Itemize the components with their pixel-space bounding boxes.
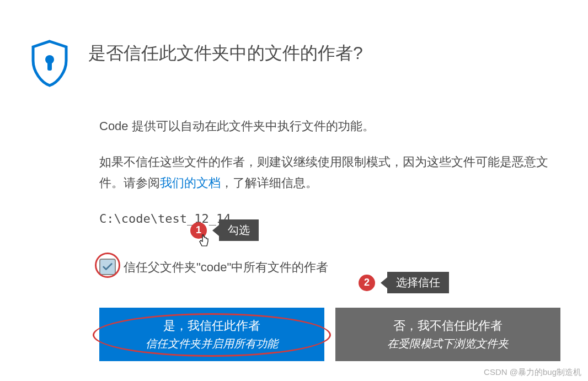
description-line-2: 如果不信任这些文件的作者，则建议继续使用限制模式，因为这些文件可能是恶意文件。请… (99, 152, 560, 193)
trust-button-title: 是，我信任此作者 (106, 318, 318, 334)
docs-link[interactable]: 我们的文档 (160, 176, 221, 190)
annotation-arrow-1 (212, 225, 219, 236)
svg-rect-1 (47, 62, 52, 71)
dialog-header: 是否信任此文件夹中的文件的作者? (28, 33, 560, 88)
folder-path: C:\code\test_12_14 (99, 208, 560, 229)
no-trust-button[interactable]: 否，我不信任此作者 在受限模式下浏览文件夹 (335, 308, 560, 361)
annotation-label-1: 勾选 (219, 219, 259, 241)
watermark: CSDN @暴力的bug制造机 (484, 367, 581, 378)
trust-parent-label: 信任父文件夹"code"中所有文件的作者 (124, 257, 328, 277)
shield-icon (28, 39, 72, 88)
para2-post: ，了解详细信息。 (221, 176, 318, 190)
trust-button-subtitle: 信任文件夹并启用所有功能 (106, 336, 318, 351)
annotation-1: 1 勾选 (190, 219, 259, 241)
annotation-badge-1: 1 (190, 222, 207, 239)
annotation-badge-2: 2 (359, 275, 375, 291)
dialog-content: Code 提供可以自动在此文件夹中执行文件的功能。 如果不信任这些文件的作者，则… (28, 116, 560, 277)
no-trust-button-title: 否，我不信任此作者 (342, 318, 554, 334)
annotation-2: 2 选择信任 (359, 272, 449, 293)
trust-dialog: 是否信任此文件夹中的文件的作者? Code 提供可以自动在此文件夹中执行文件的功… (0, 0, 588, 381)
no-trust-button-subtitle: 在受限模式下浏览文件夹 (342, 336, 554, 351)
description-line-1: Code 提供可以自动在此文件夹中执行文件的功能。 (99, 116, 560, 136)
dialog-title: 是否信任此文件夹中的文件的作者? (88, 41, 363, 66)
dialog-actions: 是，我信任此作者 信任文件夹并启用所有功能 否，我不信任此作者 在受限模式下浏览… (28, 308, 560, 361)
annotation-arrow-2 (381, 277, 387, 288)
trust-parent-checkbox[interactable] (99, 259, 116, 275)
trust-button[interactable]: 是，我信任此作者 信任文件夹并启用所有功能 (99, 308, 324, 361)
annotation-label-2: 选择信任 (387, 272, 449, 293)
trust-parent-checkbox-row: 信任父文件夹"code"中所有文件的作者 (99, 257, 560, 277)
